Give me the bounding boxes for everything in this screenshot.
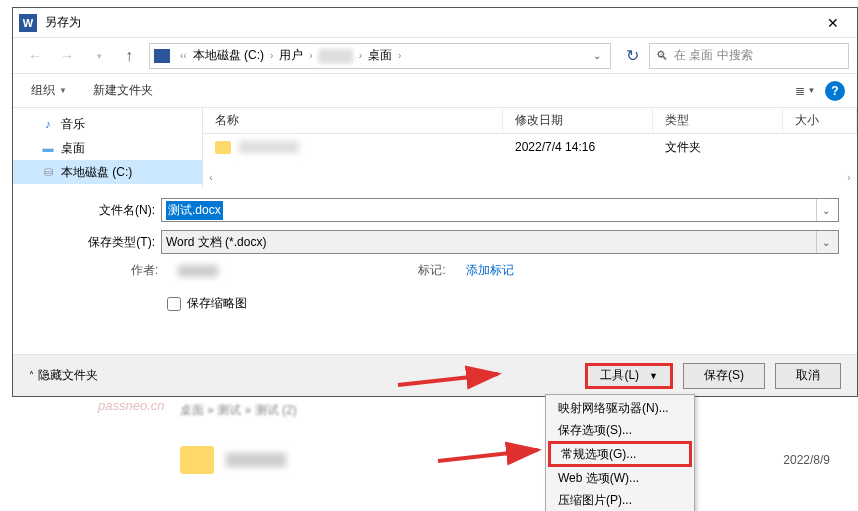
breadcrumb-desktop[interactable]: 桌面 — [368, 47, 392, 64]
save-as-dialog: W 另存为 ✕ ← → ▾ ↑ ‹‹ 本地磁盘 (C:) › 用户 › ████… — [12, 7, 858, 397]
chevron-up-icon: ˄ — [29, 370, 34, 381]
svg-line-1 — [438, 450, 538, 461]
menu-map-network-drive[interactable]: 映射网络驱动器(N)... — [548, 397, 692, 419]
word-app-icon: W — [19, 14, 37, 32]
toolbar: 组织 ▼ 新建文件夹 ≣ ▼ ? — [13, 74, 857, 108]
breadcrumb-users[interactable]: 用户 — [279, 47, 303, 64]
filetype-dropdown[interactable]: ⌄ — [816, 231, 834, 253]
sidebar-item-music[interactable]: ♪ 音乐 — [13, 112, 202, 136]
menu-general-options[interactable]: 常规选项(G)... — [548, 441, 692, 467]
filename-dropdown[interactable]: ⌄ — [816, 199, 834, 221]
sidebar-tree: ♪ 音乐 ▬ 桌面 ⛁ 本地磁盘 (C:) — [13, 108, 203, 188]
watermark: passneo.cn — [98, 398, 165, 413]
search-placeholder: 在 桌面 中搜索 — [674, 47, 753, 64]
navigation-bar: ← → ▾ ↑ ‹‹ 本地磁盘 (C:) › 用户 › ████ › 桌面 › … — [13, 38, 857, 74]
cancel-button[interactable]: 取消 — [775, 363, 841, 389]
organize-button[interactable]: 组织 ▼ — [25, 78, 73, 103]
tools-button[interactable]: 工具(L) ▼ — [585, 363, 673, 389]
breadcrumb-root[interactable]: 本地磁盘 (C:) — [193, 47, 264, 64]
new-folder-button[interactable]: 新建文件夹 — [87, 78, 159, 103]
help-button[interactable]: ? — [825, 81, 845, 101]
search-icon: 🔍︎ — [656, 49, 668, 63]
drive-icon — [154, 49, 170, 63]
folder-icon — [180, 446, 214, 474]
filetype-select[interactable]: Word 文档 (*.docx) ⌄ — [161, 230, 839, 254]
author-label: 作者: — [131, 262, 158, 279]
scroll-right-icon[interactable]: › — [841, 172, 857, 188]
horizontal-scrollbar[interactable]: ‹ › — [203, 172, 857, 188]
file-row[interactable]: 2022/7/4 14:16 文件夹 — [203, 134, 857, 160]
file-list-header: 名称 修改日期 类型 大小 — [203, 108, 857, 134]
column-name[interactable]: 名称 — [203, 108, 503, 133]
background-breadcrumb: 桌面 » 测试 » 测试 (2) — [180, 397, 858, 423]
breadcrumb-user-blurred: ████ — [319, 49, 353, 63]
background-row-date: 2022/8/9 — [783, 453, 830, 467]
tag-label: 标记: — [418, 262, 445, 279]
annotation-arrow-1 — [398, 360, 508, 394]
menu-save-options[interactable]: 保存选项(S)... — [548, 419, 692, 441]
folder-icon — [215, 141, 231, 154]
menu-web-options[interactable]: Web 选项(W)... — [548, 467, 692, 489]
nav-back-button[interactable]: ← — [21, 42, 49, 70]
save-thumbnail-checkbox[interactable] — [167, 297, 181, 311]
file-list: 名称 修改日期 类型 大小 2022/7/4 14:16 文件夹 ‹ › — [203, 108, 857, 188]
svg-line-0 — [398, 374, 498, 385]
author-value-blurred — [178, 265, 218, 277]
file-row-date: 2022/7/4 14:16 — [503, 140, 653, 154]
column-type[interactable]: 类型 — [653, 108, 783, 133]
nav-up-button[interactable]: ↑ — [117, 44, 141, 68]
disk-icon: ⛁ — [41, 165, 55, 179]
desktop-icon: ▬ — [41, 141, 55, 155]
hide-folders-link[interactable]: ˄ 隐藏文件夹 — [29, 367, 98, 384]
file-row-type: 文件夹 — [653, 139, 783, 156]
filename-input[interactable]: 测试.docx ⌄ — [161, 198, 839, 222]
nav-forward-button[interactable]: → — [53, 42, 81, 70]
chevron-down-icon: ▼ — [649, 371, 658, 381]
save-thumbnail-label: 保存缩略图 — [187, 295, 247, 312]
column-size[interactable]: 大小 — [783, 108, 857, 133]
chevron-down-icon: ▼ — [59, 86, 67, 95]
add-tag-link[interactable]: 添加标记 — [466, 262, 514, 279]
view-mode-button[interactable]: ≣ ▼ — [791, 80, 819, 102]
nav-recent-dropdown[interactable]: ▾ — [85, 42, 113, 70]
form-area: 文件名(N): 测试.docx ⌄ 保存类型(T): Word 文档 (*.do… — [13, 188, 857, 320]
breadcrumb-bar[interactable]: ‹‹ 本地磁盘 (C:) › 用户 › ████ › 桌面 › ⌄ — [149, 43, 611, 69]
sidebar-item-local-disk[interactable]: ⛁ 本地磁盘 (C:) — [13, 160, 202, 184]
window-title: 另存为 — [45, 14, 813, 31]
music-icon: ♪ — [41, 117, 55, 131]
refresh-button[interactable]: ↻ — [619, 43, 645, 69]
menu-compress-pictures[interactable]: 压缩图片(P)... — [548, 489, 692, 511]
breadcrumb-dropdown[interactable]: ⌄ — [588, 50, 606, 61]
filetype-label: 保存类型(T): — [31, 234, 161, 251]
search-box[interactable]: 🔍︎ 在 桌面 中搜索 — [649, 43, 849, 69]
tools-dropdown-menu: 映射网络驱动器(N)... 保存选项(S)... 常规选项(G)... Web … — [545, 394, 695, 511]
save-button[interactable]: 保存(S) — [683, 363, 765, 389]
annotation-arrow-2 — [438, 436, 548, 470]
close-button[interactable]: ✕ — [813, 9, 853, 37]
scroll-left-icon[interactable]: ‹ — [203, 172, 219, 188]
filename-label: 文件名(N): — [31, 202, 161, 219]
folder-name-blurred — [239, 141, 299, 153]
sidebar-item-desktop[interactable]: ▬ 桌面 — [13, 136, 202, 160]
titlebar: W 另存为 ✕ — [13, 8, 857, 38]
column-date[interactable]: 修改日期 — [503, 108, 653, 133]
